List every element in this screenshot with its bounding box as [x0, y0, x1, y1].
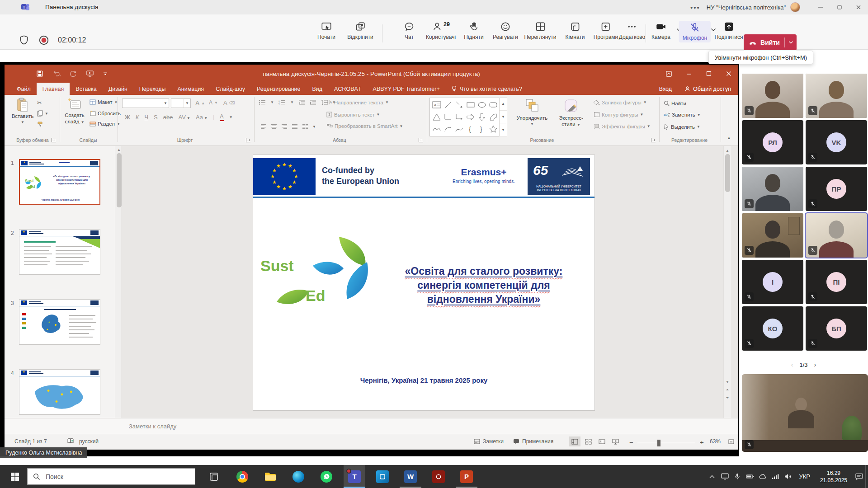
taskbar-explorer-icon[interactable]	[259, 465, 281, 488]
cut-button[interactable]: ✂	[37, 99, 42, 106]
tab-slideshow[interactable]: Слайд-шоу	[210, 83, 251, 95]
font-size-combobox[interactable]: ▼	[171, 99, 191, 108]
increase-indent-icon[interactable]	[310, 99, 316, 105]
tab-acrobat[interactable]: ACROBAT	[328, 83, 367, 95]
taskbar-app-icon[interactable]	[372, 465, 393, 488]
tray-volume-icon[interactable]	[782, 474, 794, 479]
participant-video-tile[interactable]	[806, 74, 867, 118]
camera-button[interactable]: Камера	[651, 21, 670, 40]
current-slide[interactable]: ★★★★★★★★★★★★ Co-funded by the European U…	[253, 155, 594, 410]
ppt-close-icon[interactable]	[726, 70, 732, 77]
character-spacing-button[interactable]: AV ▼	[178, 114, 190, 121]
start-presenting-button[interactable]: Почати	[317, 21, 335, 40]
clear-formatting-button[interactable]: A⌫	[223, 99, 235, 106]
microphone-button[interactable]: Мікрофон	[679, 21, 711, 42]
tab-abbyy[interactable]: ABBYY PDF Transformer+	[367, 83, 446, 95]
decrease-indent-icon[interactable]	[298, 99, 305, 105]
minimize-button[interactable]	[811, 0, 830, 14]
share-button[interactable]: Поділитися	[714, 21, 743, 40]
paste-button[interactable]: Вставить ▼	[11, 98, 34, 126]
taskbar-whatsapp-icon[interactable]	[316, 465, 337, 488]
share-presentation-button[interactable]: Общий доступ	[684, 86, 731, 92]
slide-thumbnail-2[interactable]	[19, 229, 100, 275]
arrange-button[interactable]: Упорядочить ▼	[513, 98, 551, 127]
strikethrough-button[interactable]: abe	[163, 114, 173, 121]
reading-view-button[interactable]	[596, 436, 608, 446]
tab-home[interactable]: Главная	[37, 83, 70, 95]
spellcheck-icon[interactable]	[67, 437, 74, 444]
participant-initials-tile[interactable]: І	[742, 260, 803, 304]
close-button[interactable]	[849, 0, 868, 14]
slide-sorter-view-button[interactable]	[582, 436, 594, 446]
shape-fill-button[interactable]: Заливка фигуры▼	[594, 99, 647, 105]
zoom-slider-track[interactable]	[637, 443, 695, 443]
slide-thumbnail-4[interactable]	[19, 369, 100, 415]
taskbar-chrome-icon[interactable]	[231, 465, 253, 488]
participant-initials-tile[interactable]: РЛ	[742, 120, 803, 164]
action-center-icon[interactable]	[853, 473, 865, 480]
ribbon-display-options-icon[interactable]	[665, 70, 672, 77]
zoom-out-button[interactable]: −	[629, 438, 633, 446]
slide-thumbnail-3[interactable]	[19, 299, 100, 345]
smartart-button[interactable]: Преобразовать в SmartArt▼	[326, 123, 403, 129]
slide-footer[interactable]: Чернігів, Україна| 21 травня 2025 року	[253, 376, 594, 384]
participants-button[interactable]: 29 Користувачі	[426, 21, 456, 40]
shapes-gallery[interactable]: A { }	[429, 98, 507, 136]
taskbar-powerpoint-icon[interactable]: P	[456, 465, 477, 488]
shapes-gallery-scrollbar[interactable]: ▲▼▼	[499, 98, 507, 136]
taskbar-teams-icon[interactable]: T	[344, 465, 365, 488]
participant-initials-tile[interactable]: ПР	[806, 167, 867, 211]
text-direction-button[interactable]: A Направление текста▼	[326, 99, 389, 105]
new-slide-button[interactable]: Создать слайд ▼	[62, 98, 87, 126]
tray-battery-icon[interactable]	[744, 474, 756, 479]
tray-onedrive-icon[interactable]	[756, 474, 769, 479]
taskbar-clock[interactable]: 16:29 21.05.2025	[815, 469, 853, 484]
apps-button[interactable]: Програми	[594, 21, 618, 40]
format-painter-button[interactable]	[37, 121, 43, 127]
decrease-font-button[interactable]: A▼	[209, 99, 218, 106]
ppt-minimize-icon[interactable]	[686, 70, 692, 77]
tray-mic-icon[interactable]	[731, 473, 744, 480]
increase-font-button[interactable]: A▲	[195, 99, 205, 107]
font-color-button[interactable]: A	[220, 113, 224, 121]
view-button[interactable]: Переглянути	[524, 21, 556, 40]
zoom-level[interactable]: 63%	[710, 438, 721, 445]
align-center-icon[interactable]	[271, 124, 277, 129]
copy-button[interactable]: ▼	[37, 110, 48, 117]
columns-icon[interactable]	[302, 124, 308, 129]
titlebar-more-icon[interactable]: •••	[690, 4, 700, 11]
slide-scrollbar[interactable]: ▲ ▼ ⏶ ⏷	[723, 146, 731, 418]
normal-view-button[interactable]	[569, 436, 580, 446]
replace-button[interactable]: ab Заменить▼	[664, 112, 701, 117]
font-name-combobox[interactable]: ▼	[122, 99, 169, 108]
unpin-button[interactable]: Відкріпити	[347, 21, 373, 40]
tray-network-icon[interactable]	[769, 474, 782, 479]
shape-outline-button[interactable]: Контур фигуры▼	[594, 112, 643, 117]
select-button[interactable]: Выделить▼	[664, 124, 700, 130]
tab-view[interactable]: Вид	[306, 83, 328, 95]
taskbar-search-box[interactable]: Поиск	[27, 468, 195, 485]
section-button[interactable]: Раздел▼	[90, 121, 120, 127]
zoom-slider-thumb[interactable]	[657, 440, 660, 446]
slide-thumbnail-1[interactable]: SustEd «Освіта для сталого розвитку:сине…	[19, 159, 100, 205]
comments-toggle[interactable]: Примечания	[513, 438, 553, 445]
underline-button[interactable]: Ч	[144, 114, 148, 121]
align-text-button[interactable]: Выровнять текст▼	[326, 112, 380, 117]
clipboard-dialog-launcher[interactable]	[52, 138, 56, 142]
align-right-icon[interactable]	[281, 124, 288, 129]
bold-button[interactable]: Ж	[125, 114, 130, 121]
active-speaker-video-tile[interactable]	[806, 213, 867, 258]
participant-initials-tile[interactable]: VK	[806, 120, 867, 164]
leave-dropdown-icon[interactable]	[785, 41, 797, 44]
taskbar-edge-icon[interactable]	[288, 465, 309, 488]
raise-hand-button[interactable]: Підняти	[464, 21, 484, 40]
italic-button[interactable]: К	[136, 114, 139, 121]
participant-video-tile[interactable]	[742, 167, 803, 211]
leave-button[interactable]: Вийти	[744, 34, 797, 51]
font-dialog-launcher[interactable]	[246, 138, 250, 142]
tray-hidden-icons-button[interactable]	[706, 474, 718, 479]
layout-button[interactable]: Макет▼	[90, 99, 118, 105]
show-desktop-button[interactable]	[865, 465, 868, 488]
taskbar-word-icon[interactable]: W	[400, 465, 421, 488]
participant-initials-tile[interactable]: КО	[742, 306, 803, 351]
